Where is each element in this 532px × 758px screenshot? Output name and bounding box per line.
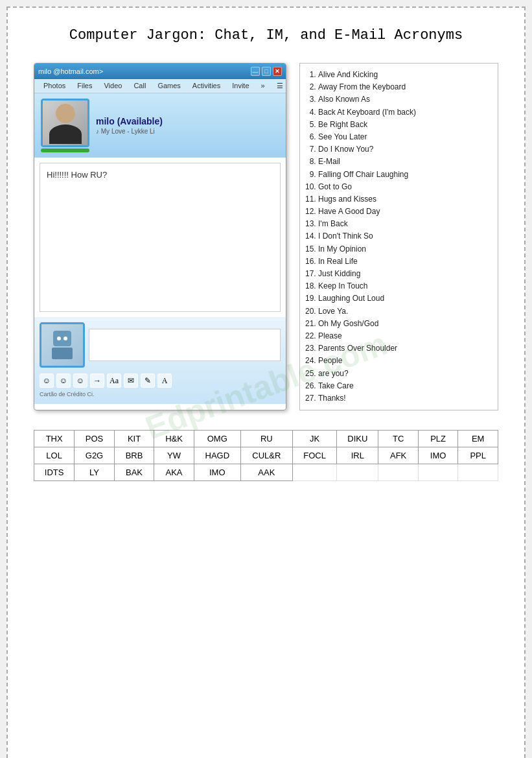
chat-toolbar: ☺ ☺ ☺ → Aa ✉ ✎ A (40, 372, 281, 390)
menu-options[interactable]: ☰ (272, 80, 286, 91)
chat-menubar: Photos Files Video Call Games Activities… (34, 79, 286, 93)
table-cell (458, 464, 498, 481)
acronym-item: Got to Go (318, 181, 491, 193)
acronym-item: Take Care (318, 380, 491, 392)
chat-titlebar-text: milo @hotmail.com> (38, 67, 103, 75)
table-cell: PLZ (418, 431, 458, 447)
user-avatar (41, 99, 89, 147)
acronym-item: Do I Know You? (318, 143, 491, 156)
acronym-item: Hugs and Kisses (318, 193, 491, 206)
table-cell: IDTS (34, 464, 75, 481)
chat-input-row (40, 322, 281, 368)
acronym-item: Oh My Gosh/God (318, 318, 491, 330)
page-title: Computer Jargon: Chat, IM, and E-Mail Ac… (34, 27, 498, 43)
acronym-item: Parents Over Shoulder (318, 342, 491, 355)
toolbar-emoji2[interactable]: ☺ (56, 373, 71, 388)
table-cell: BRB (114, 447, 154, 464)
acronym-item: In Real Life (318, 255, 491, 268)
table-cell: G2G (75, 447, 115, 464)
table-row: IDTSLYBAKAKAIMOAAK (34, 464, 498, 481)
acronym-item: Back At Keyboard (I'm back) (318, 106, 491, 119)
avatar-head (56, 104, 75, 123)
menu-activities[interactable]: Activities (187, 80, 226, 91)
menu-invite[interactable]: Invite (227, 80, 254, 91)
toolbar-emoji1[interactable]: ☺ (40, 373, 54, 388)
robot-avatar (40, 322, 85, 368)
acronym-item: Be Right Back (318, 119, 491, 131)
acronym-item: Away From the Keyboard (318, 81, 491, 93)
user-name: milo (Available) (96, 116, 279, 126)
toolbar-emoji3[interactable]: ☺ (73, 373, 87, 388)
acronym-item: Alive And Kicking (318, 69, 491, 81)
toolbar-font[interactable]: Aa (107, 373, 121, 388)
robot-torso (52, 348, 73, 359)
acronym-item: I'm Back (318, 218, 491, 230)
acronym-item: Keep In Touch (318, 280, 491, 292)
table-cell: IRL (337, 447, 378, 464)
chat-footer: Cartão de Crédito Ci. (40, 390, 281, 399)
menu-games[interactable]: Games (152, 80, 185, 91)
robot-eye-left (57, 337, 61, 340)
table-cell: JK (292, 431, 336, 447)
table-cell: POS (75, 431, 115, 447)
acronym-item: In My Opinion (318, 243, 491, 255)
acronym-item: Also Known As (318, 93, 491, 106)
titlebar-controls: — □ ✕ (251, 67, 282, 76)
acronym-item: are you? (318, 368, 491, 380)
user-info: milo (Available) ♪ My Love - Lykke Li (96, 116, 279, 135)
avatar-body (49, 124, 82, 144)
chat-messages[interactable]: Hi!!!!!! How RU? (40, 163, 281, 312)
table-cell: IMO (418, 447, 458, 464)
table-cell: HAGD (194, 447, 240, 464)
avatar-status-bar (41, 148, 89, 152)
acronym-item: Love Ya. (318, 305, 491, 318)
table-cell: H&K (154, 431, 194, 447)
menu-call[interactable]: Call (128, 80, 151, 91)
table-cell: RU (240, 431, 292, 447)
chat-input-area: ☺ ☺ ☺ → Aa ✉ ✎ A Cartão de Crédito Ci. (34, 317, 286, 404)
table-cell (292, 464, 336, 481)
table-cell: EM (458, 431, 498, 447)
table-cell: OMG (194, 431, 240, 447)
robot-head (53, 331, 71, 346)
table-cell: PPL (458, 447, 498, 464)
table-cell: LY (75, 464, 115, 481)
table-cell: AFK (378, 447, 419, 464)
menu-video[interactable]: Video (98, 80, 127, 91)
chat-header: milo (Available) ♪ My Love - Lykke Li (34, 93, 286, 158)
table-cell: BAK (114, 464, 154, 481)
toolbar-attach[interactable]: ✉ (124, 373, 138, 388)
acronym-item: Falling Off Chair Laughing (318, 169, 491, 181)
chat-text-input[interactable] (89, 329, 281, 361)
toolbar-text[interactable]: A (157, 373, 172, 388)
table-cell: KIT (114, 431, 154, 447)
table-cell: LOL (34, 447, 75, 464)
table-cell: FOCL (292, 447, 336, 464)
minimize-button[interactable]: — (251, 67, 260, 76)
acronym-item: See You Later (318, 131, 491, 143)
table-cell: AKA (154, 464, 194, 481)
acronym-list: Alive And KickingAway From the KeyboardA… (299, 63, 498, 410)
robot-eyes (57, 337, 67, 340)
acronym-item: I Don't Think So (318, 230, 491, 243)
table-cell (418, 464, 458, 481)
menu-more[interactable]: » (256, 80, 270, 91)
table-row: THXPOSKITH&KOMGRUJKDIKUTCPLZEM (34, 431, 498, 447)
maximize-button[interactable]: □ (262, 67, 271, 76)
table-cell: YW (154, 447, 194, 464)
toolbar-action[interactable]: → (90, 373, 104, 388)
acronym-item: Laughing Out Loud (318, 292, 491, 305)
acronym-item: Have A Good Day (318, 206, 491, 218)
table-cell (337, 464, 378, 481)
toolbar-draw[interactable]: ✎ (141, 373, 155, 388)
main-content: milo @hotmail.com> — □ ✕ Photos Files Vi… (34, 63, 498, 410)
table-cell: IMO (194, 464, 240, 481)
avatar-person (46, 104, 85, 143)
acronyms-table: THXPOSKITH&KOMGRUJKDIKUTCPLZEMLOLG2GBRBY… (34, 430, 498, 481)
close-button[interactable]: ✕ (273, 67, 282, 76)
acronym-item: Just Kidding (318, 268, 491, 280)
table-cell: DIKU (337, 431, 378, 447)
robot-eye-right (64, 337, 67, 340)
menu-photos[interactable]: Photos (38, 80, 71, 91)
menu-files[interactable]: Files (72, 80, 97, 91)
